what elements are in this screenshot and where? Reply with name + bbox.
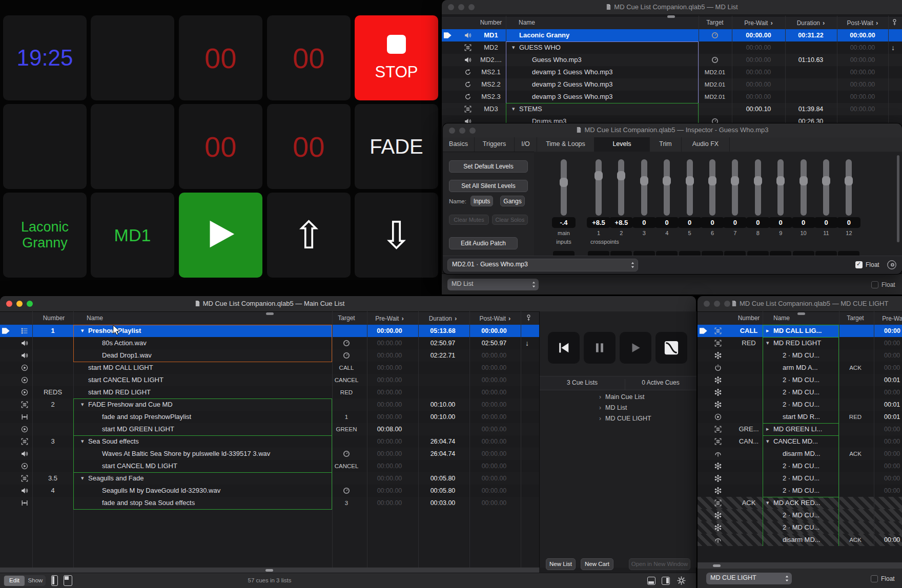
fader-thumb[interactable] bbox=[617, 171, 625, 180]
set-all-silent-levels-button[interactable]: Set All Silent Levels bbox=[449, 180, 528, 192]
fader-thumb[interactable] bbox=[799, 176, 808, 185]
cue-row[interactable]: arm MD A...ACK00:00 bbox=[698, 362, 902, 374]
fader-track[interactable] bbox=[641, 159, 647, 216]
main-titlebar[interactable]: MD Cue List Companion.qlab5 — Main Cue L… bbox=[0, 296, 696, 312]
cue-list-selector[interactable]: MD List bbox=[447, 279, 539, 290]
horizontal-scrollbar[interactable] bbox=[0, 568, 539, 573]
cue-row[interactable]: GRE...▸MD GREEN LI...00:00 bbox=[698, 423, 902, 435]
cue-row[interactable]: 2 · MD CU...00:00 bbox=[698, 460, 902, 472]
edit-audio-patch-button[interactable]: Edit Audio Patch bbox=[449, 237, 518, 249]
cue-row[interactable]: fade and stop Sea Soud effects300:00.000… bbox=[0, 497, 539, 509]
cue-row[interactable]: Dead Drop1.wav00:00.0002:22.7100:00.00 bbox=[0, 349, 539, 362]
cue-row[interactable]: disarm MD...ACK00:00 bbox=[698, 534, 902, 546]
tab-basics[interactable]: Basics bbox=[443, 137, 475, 152]
cue-row[interactable]: MS2.3devamp 3 Guess Who.mp3MD2.0100:00.0… bbox=[442, 91, 902, 103]
fader-value[interactable]: 0 bbox=[814, 217, 838, 228]
cue-row[interactable]: MD2▾GUESS WHO00:00.0000:00.00↓ bbox=[442, 41, 902, 54]
fader-value[interactable]: 0 bbox=[655, 217, 679, 228]
cart-empty-tile[interactable] bbox=[3, 104, 87, 189]
gangs-button[interactable]: Gangs bbox=[500, 196, 525, 206]
cart-counter-tile[interactable]: 00 bbox=[179, 104, 262, 189]
col-name[interactable]: Name bbox=[87, 314, 103, 322]
pause-all-button[interactable] bbox=[584, 332, 616, 364]
col-number[interactable]: Number bbox=[727, 314, 770, 322]
disclosure-icon[interactable]: ▾ bbox=[766, 499, 769, 506]
sidebar-cue-list-item[interactable]: ›MD CUE LIGHT bbox=[599, 415, 651, 422]
disclosure-icon[interactable]: ▾ bbox=[81, 475, 84, 481]
cue-row[interactable]: 2 · MD CU... bbox=[698, 509, 902, 521]
column-resize-handle[interactable] bbox=[797, 312, 805, 315]
cart-counter-tile[interactable]: 00 bbox=[267, 15, 351, 100]
disclosure-icon[interactable]: ▾ bbox=[81, 327, 84, 334]
cue-row[interactable]: start MD GREEN LIGHTGREEN00:08.0000:00.0… bbox=[0, 423, 539, 435]
fader-value[interactable]: 0 bbox=[769, 217, 792, 228]
column-resize-handle[interactable] bbox=[266, 312, 274, 315]
fader-value[interactable]: 0 bbox=[723, 217, 747, 228]
cue-row[interactable]: Waves At Baltic Sea Shore by pulswelle l… bbox=[0, 448, 539, 460]
open-in-new-window-button[interactable]: Open in New Window bbox=[629, 558, 690, 570]
col-pre-wait[interactable]: Pre-Wait bbox=[365, 314, 414, 322]
fader-thumb[interactable] bbox=[640, 176, 648, 185]
col-pre-wait[interactable]: Pre-Wait bbox=[734, 19, 783, 27]
fader-thumb[interactable] bbox=[560, 178, 568, 187]
fader-thumb[interactable] bbox=[776, 176, 785, 185]
col-target[interactable]: Target bbox=[835, 314, 876, 322]
cart-timer-tile[interactable]: 19:25 bbox=[3, 15, 87, 100]
cue-row[interactable]: 80s Action.wav00:00.0002:50.9702:50.97↓ bbox=[0, 337, 539, 349]
fade-all-button[interactable] bbox=[655, 332, 687, 364]
cart-counter-tile[interactable]: 00 bbox=[267, 104, 351, 189]
cart-stop-button[interactable]: STOP bbox=[355, 15, 438, 100]
fader-scrollbar[interactable] bbox=[897, 155, 899, 242]
fader-track[interactable] bbox=[561, 159, 567, 216]
cue-row[interactable]: start MD R...RED00:01 bbox=[698, 411, 902, 423]
fader-track[interactable] bbox=[618, 159, 624, 216]
cue-row[interactable]: 2 · MD CU...00:00 bbox=[698, 485, 902, 497]
fader-track[interactable] bbox=[596, 159, 602, 216]
tab-time-loops[interactable]: Time & Loops bbox=[537, 137, 594, 152]
col-duration[interactable]: Duration bbox=[418, 314, 467, 322]
column-resize-handle[interactable] bbox=[667, 15, 675, 18]
cue-row[interactable]: 3.5▾Seagulls and Fade00:00.0000:05.8000:… bbox=[0, 472, 539, 485]
inspector-titlebar[interactable]: MD Cue List Companion.qlab5 — Inspector … bbox=[443, 123, 902, 138]
inspected-cue-selector[interactable]: MD2.01 · Guess Who.mp3 bbox=[447, 259, 638, 271]
new-cart-button[interactable]: New Cart bbox=[581, 558, 613, 570]
cue-row[interactable]: 2 · MD CU... bbox=[698, 521, 902, 534]
cart-next-button[interactable]: ⇩ bbox=[355, 193, 438, 278]
cue-row[interactable]: REDSstart MD RED LIGHTRED00:00.0000:00.0… bbox=[0, 386, 539, 398]
cue-row[interactable]: 1▾Preshow Playlist00:00.0005:13.6800:00.… bbox=[0, 325, 539, 337]
sidebar-cue-list-item[interactable]: ›Main Cue List bbox=[599, 393, 644, 401]
cue-row[interactable]: 2▾FADE Preshow and Cue MD00:00.0000:10.0… bbox=[0, 398, 539, 411]
col-post-wait[interactable]: Post-Wait bbox=[470, 314, 520, 322]
col-duration[interactable]: Duration bbox=[786, 19, 835, 27]
col-pre-wait[interactable]: Pre-Wait bbox=[881, 314, 902, 322]
disclosure-icon[interactable]: ▾ bbox=[766, 340, 769, 346]
fader-value[interactable]: 0 bbox=[792, 217, 815, 228]
fader-value[interactable]: 0 bbox=[837, 217, 860, 228]
fader-track[interactable] bbox=[732, 159, 738, 216]
col-target[interactable]: Target bbox=[694, 19, 735, 26]
fader-track[interactable] bbox=[777, 159, 784, 216]
cue-row[interactable]: 2 · MD CU...00:00 bbox=[698, 386, 902, 398]
tab-active-cues[interactable]: 0 Active Cues bbox=[625, 379, 696, 386]
tab-audio-fx[interactable]: Audio FX bbox=[682, 137, 730, 152]
cart-counter-tile[interactable]: 00 bbox=[179, 15, 262, 100]
fader-value[interactable]: 0 bbox=[632, 217, 656, 228]
disclosure-icon[interactable]: ▾ bbox=[81, 438, 84, 445]
fader-value[interactable]: -.4 bbox=[552, 217, 576, 228]
inspector-lock-icon[interactable] bbox=[887, 260, 897, 272]
col-name[interactable]: Name bbox=[773, 314, 790, 322]
col-name[interactable]: Name bbox=[519, 19, 535, 26]
fader-track[interactable] bbox=[687, 159, 693, 216]
settings-gear-icon[interactable] bbox=[676, 576, 686, 587]
disclosure-icon[interactable]: ▾ bbox=[512, 106, 515, 112]
fader-value[interactable]: 0 bbox=[746, 217, 770, 228]
disclosure-icon[interactable]: ▸ bbox=[766, 426, 769, 432]
fader-thumb[interactable] bbox=[822, 176, 830, 185]
disclosure-icon[interactable]: ▾ bbox=[81, 401, 84, 408]
cue-row[interactable]: 2 · MD CU...00:01 bbox=[698, 374, 902, 386]
panel-right-toggle-icon[interactable] bbox=[662, 577, 670, 585]
fader-value[interactable]: +8.5 bbox=[609, 217, 633, 228]
new-list-button[interactable]: New List bbox=[546, 558, 576, 570]
sidebar-cue-list-item[interactable]: ›MD List bbox=[599, 404, 627, 411]
disclosure-icon[interactable]: ▾ bbox=[766, 438, 769, 445]
